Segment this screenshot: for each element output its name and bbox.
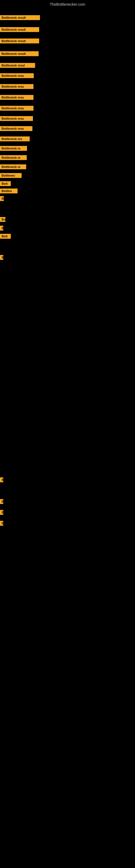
bottleneck-result-badge: B — [0, 226, 3, 230]
bottleneck-result-badge: Bottleneck re — [0, 164, 26, 169]
bottleneck-result-badge: Bottleneck re — [0, 155, 27, 160]
bottleneck-result-badge: Bottleneck result — [0, 51, 39, 56]
bottleneck-result-badge: Bott — [0, 234, 11, 239]
bottleneck-result-badge: Bottleneck resu — [0, 126, 32, 131]
bottleneck-result-badge: Bottlenec — [0, 173, 21, 178]
bottleneck-result-badge: Bo — [0, 217, 5, 222]
bottleneck-result-badge: Bottleneck resu — [0, 116, 33, 121]
bottleneck-result-badge: Bottleneck result — [0, 27, 39, 32]
bottleneck-result-badge: B — [0, 477, 3, 482]
bottleneck-result-badge: Bottleneck re — [0, 146, 27, 151]
bottleneck-result-badge: Bott — [0, 181, 11, 186]
bottleneck-result-badge: Bottleneck res — [0, 136, 30, 141]
bottleneck-result-badge: Bottleneck resul — [0, 63, 35, 68]
bottleneck-result-badge: Bottleneck resu — [0, 106, 34, 111]
bottleneck-result-badge: Bottlen — [0, 188, 17, 193]
bottleneck-result-badge: Bottleneck resu — [0, 84, 34, 89]
bottleneck-result-badge: B — [0, 196, 4, 201]
bottleneck-result-badge: Bottleneck result — [0, 15, 40, 20]
bottleneck-result-badge: B — [0, 499, 3, 504]
bottleneck-result-badge: Bottleneck result — [0, 38, 39, 43]
bottleneck-result-badge: B — [0, 521, 3, 526]
bottleneck-result-badge: B — [0, 510, 3, 515]
bottleneck-result-badge: Bottleneck resu — [0, 95, 34, 100]
bottleneck-result-badge: Bottleneck resu — [0, 73, 34, 78]
bottleneck-result-badge: B — [0, 255, 3, 260]
